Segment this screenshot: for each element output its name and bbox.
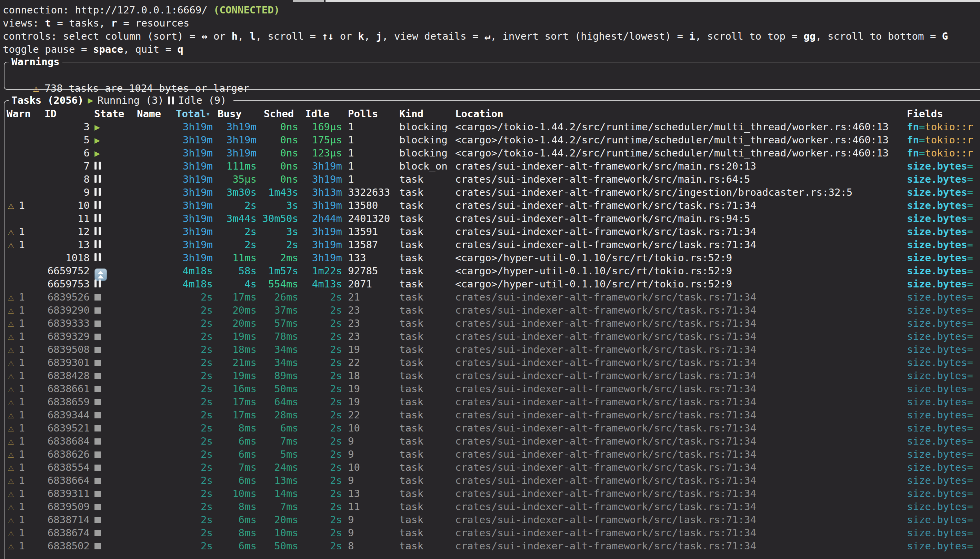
cell-busy: 17ms [216, 291, 257, 304]
column-header-fields[interactable]: Fields [907, 107, 943, 120]
cell-idle: 2s [302, 448, 342, 461]
cell-sched: 28ms [259, 408, 298, 422]
cell-sched: 34ms [259, 343, 298, 356]
cell-busy: 35µs [216, 173, 257, 186]
task-row[interactable]: ⚠168393332s20ms57ms2s23taskcrates/sui-in… [0, 317, 980, 330]
column-header-id[interactable]: ID [45, 107, 56, 120]
column-header-name[interactable]: Name [137, 107, 161, 120]
warning-triangle-icon: ⚠ [8, 370, 14, 382]
task-row[interactable]: ⚠168386612s16ms50ms2s19taskcrates/sui-in… [0, 382, 980, 395]
cell-sched: 3s [259, 199, 298, 212]
cell-state [94, 461, 132, 474]
cell-polls: 21 [348, 291, 396, 304]
task-row[interactable]: ⚠1103h19m2s3s3h19m13580taskcrates/sui-in… [0, 199, 980, 212]
task-row[interactable]: ⚠1133h19m2s2s3h19m13587taskcrates/sui-in… [0, 238, 980, 251]
task-row[interactable]: 66597524m18s58s1m57s1m22s92785task<cargo… [0, 265, 980, 278]
task-row[interactable]: ⚠168392902s20ms37ms2s23taskcrates/sui-in… [0, 304, 980, 317]
task-row[interactable]: ⚠168393012s21ms34ms2s22taskcrates/sui-in… [0, 356, 980, 369]
cell-idle: 3h19m [302, 173, 342, 186]
task-row[interactable]: ⚠168386842s6ms7ms2s9taskcrates/sui-index… [0, 435, 980, 448]
task-row[interactable]: ⚠168386592s17ms64ms2s19taskcrates/sui-in… [0, 395, 980, 408]
task-row[interactable]: ⚠168395082s18ms34ms2s19taskcrates/sui-in… [0, 343, 980, 356]
task-row[interactable]: ⚠168393112s10ms14ms2s13taskcrates/sui-in… [0, 487, 980, 500]
cell-id: 6839508 [31, 343, 89, 356]
cell-fields: size.bytes= [907, 539, 980, 552]
cell-polls: 1 [348, 147, 396, 160]
cell-location: <cargo>/tokio-1.44.2/src/runtime/schedul… [455, 133, 904, 147]
task-row[interactable]: 93h19m3m30s1m43s3h13m3322633taskcrates/s… [0, 186, 980, 199]
cell-idle: 2s [302, 330, 342, 343]
task-row[interactable]: ⚠168395262s17ms26ms2s21taskcrates/sui-in… [0, 291, 980, 304]
window-edge-strip [0, 0, 980, 2]
column-header-warn[interactable]: Warn [7, 107, 31, 120]
cell-fields: size.bytes= [907, 251, 980, 265]
cell-id: 6839333 [31, 317, 89, 330]
task-row[interactable]: 3▶3h19m3h19m0ns169µs1blocking<cargo>/tok… [0, 120, 980, 133]
cell-busy: 8ms [216, 422, 257, 435]
warning-triangle-icon: ⚠ [8, 527, 14, 539]
task-row[interactable]: ⚠168384282s19ms89ms2s18taskcrates/sui-in… [0, 369, 980, 382]
task-row[interactable]: 73h19m111ms0ns3h19m1block_oncrates/sui-i… [0, 160, 980, 173]
cell-state [94, 500, 132, 513]
task-row[interactable]: 5▶3h19m3h19m0ns175µs1blocking<cargo>/tok… [0, 133, 980, 147]
cell-location: <cargo>/hyper-util-0.1.10/src/rt/tokio.r… [455, 251, 904, 265]
column-header-busy[interactable]: Busy [218, 107, 242, 120]
task-row[interactable]: 66597534m18s4s554ms4m13s2071task<cargo>/… [0, 278, 980, 291]
task-row[interactable]: ⚠168395212s8ms6ms2s10taskcrates/sui-inde… [0, 422, 980, 435]
cell-sched: 0ns [259, 147, 298, 160]
cell-location: crates/sui-indexer-alt-framework/src/mai… [455, 160, 904, 173]
task-row[interactable]: 83h19m35µs0ns3h19m1taskcrates/sui-indexe… [0, 173, 980, 186]
cell-busy: 7ms [216, 461, 257, 474]
task-row[interactable]: ⚠1123h19m2s3s3h19m13591taskcrates/sui-in… [0, 225, 980, 238]
cell-fields: size.bytes= [907, 330, 980, 343]
idle-icon [94, 175, 101, 183]
column-header-sched[interactable]: Sched [264, 107, 294, 120]
cell-state [94, 304, 132, 317]
column-header-total[interactable]: Total▿ [176, 107, 210, 121]
cell-busy: 111ms [216, 160, 257, 173]
task-row[interactable]: 10183h19m11ms2ms3h19m133task<cargo>/hype… [0, 251, 980, 265]
task-row[interactable]: ⚠168386642s6ms13ms2s9taskcrates/sui-inde… [0, 474, 980, 487]
cell-location: crates/sui-indexer-alt-framework/src/tas… [455, 395, 904, 408]
cell-state [94, 395, 132, 408]
cell-sched: 5ms [259, 448, 298, 461]
task-row[interactable]: 113h19m3m44s30m50s2h44m2401320taskcrates… [0, 212, 980, 225]
warning-triangle-icon: ⚠ [8, 448, 14, 460]
cell-sched: 30m50s [259, 212, 298, 225]
task-row[interactable]: ⚠168393442s17ms28ms2s22taskcrates/sui-in… [0, 408, 980, 422]
cell-state [94, 278, 132, 291]
cell-id: 6838554 [31, 461, 89, 474]
cell-id: 6838684 [31, 435, 89, 448]
completed-icon [94, 504, 101, 510]
cell-sched: 2ms [259, 251, 298, 265]
task-row[interactable]: 6▶3h19m3h19m0ns123µs1blocking<cargo>/tok… [0, 147, 980, 160]
cell-total: 3h19m [148, 120, 213, 133]
cell-kind: task [399, 265, 455, 278]
cell-state [94, 173, 132, 186]
cell-total: 2s [148, 500, 213, 513]
cell-fields: size.bytes= [907, 382, 980, 395]
task-row[interactable]: ⚠168387142s6ms20ms2s9taskcrates/sui-inde… [0, 513, 980, 526]
task-row[interactable]: ⚠168393292s19ms78ms2s23taskcrates/sui-in… [0, 330, 980, 343]
column-header-polls[interactable]: Polls [348, 107, 378, 120]
task-row[interactable]: ⚠168386742s8ms10ms2s9taskcrates/sui-inde… [0, 526, 980, 539]
cell-polls: 23 [348, 330, 396, 343]
column-header-state[interactable]: State [94, 107, 124, 120]
cell-polls: 11 [348, 500, 396, 513]
cell-sched: 26ms [259, 291, 298, 304]
column-header-kind[interactable]: Kind [399, 107, 424, 120]
cell-sched: 554ms [259, 278, 298, 291]
cell-idle: 2s [302, 500, 342, 513]
cell-id: 6838674 [31, 526, 89, 539]
cell-kind: task [399, 513, 455, 526]
warning-triangle-icon: ⚠ [8, 226, 14, 237]
column-header-location[interactable]: Location [455, 107, 503, 120]
task-row[interactable]: ⚠168385022s6ms50ms2s8taskcrates/sui-inde… [0, 539, 980, 552]
task-row[interactable]: ⚠168395092s8ms7ms2s11taskcrates/sui-inde… [0, 500, 980, 513]
task-row[interactable]: ⚠168385542s7ms24ms2s10taskcrates/sui-ind… [0, 461, 980, 474]
column-header-idle[interactable]: Idle [305, 107, 329, 120]
cell-kind: task [399, 173, 455, 186]
task-row[interactable]: ⚠168386262s6ms5ms2s9taskcrates/sui-index… [0, 448, 980, 461]
warning-triangle-icon: ⚠ [33, 83, 39, 94]
cell-location: crates/sui-indexer-alt-framework/src/tas… [455, 461, 904, 474]
